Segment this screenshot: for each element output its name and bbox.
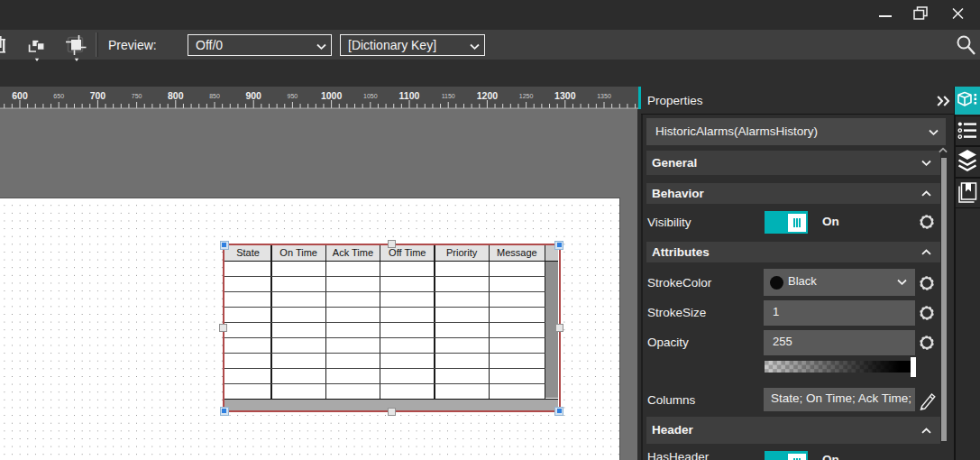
svg-text:1100: 1100 — [399, 90, 420, 101]
svg-text:850: 850 — [209, 93, 220, 99]
svg-text:1250: 1250 — [519, 93, 534, 99]
svg-text:600: 600 — [12, 90, 28, 101]
svg-text:950: 950 — [288, 93, 298, 99]
svg-text:750: 750 — [132, 93, 142, 99]
svg-text:1000: 1000 — [321, 90, 343, 101]
svg-text:1200: 1200 — [477, 90, 499, 101]
svg-text:1150: 1150 — [442, 93, 455, 99]
svg-text:800: 800 — [168, 90, 184, 101]
svg-text:1300: 1300 — [554, 90, 576, 101]
svg-text:650: 650 — [53, 93, 64, 99]
svg-text:1050: 1050 — [363, 93, 378, 99]
svg-text:1350: 1350 — [597, 93, 611, 99]
svg-text:700: 700 — [90, 90, 106, 101]
svg-text:900: 900 — [245, 90, 261, 101]
